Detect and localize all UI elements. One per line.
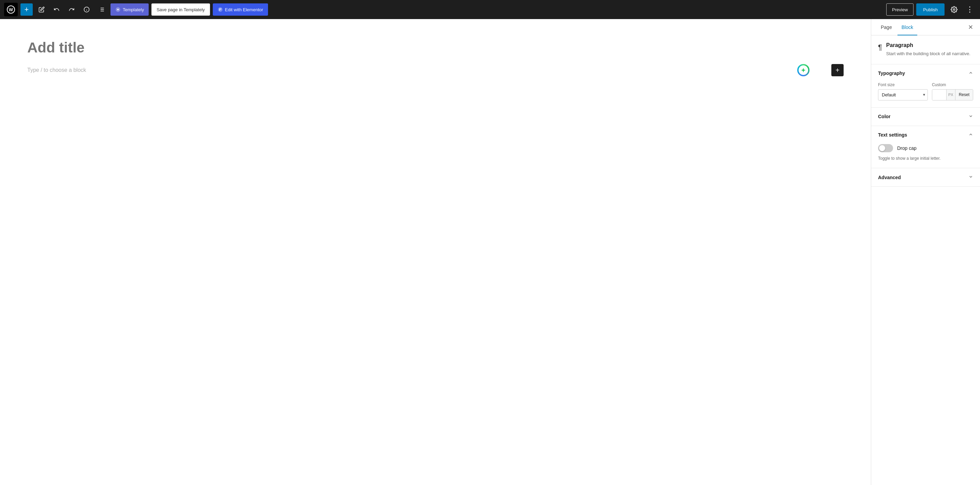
font-size-label: Font size [878, 82, 928, 87]
color-title: Color [878, 114, 891, 119]
custom-px-wrap: PX Reset [932, 89, 973, 100]
px-unit-label: PX [947, 90, 955, 100]
main-area: Type / to choose a block + Page Block ✕ … [0, 19, 980, 485]
font-size-group: Font size Default ▾ [878, 82, 928, 100]
redo-button[interactable] [65, 3, 78, 16]
advanced-section: Advanced [871, 168, 980, 187]
color-chevron-down-icon [969, 114, 973, 120]
topbar: W + Templately Save page in Templately E… [0, 0, 980, 19]
svg-rect-13 [219, 8, 220, 11]
typography-section-body: Font size Default ▾ Custom PX [871, 82, 980, 107]
font-size-select-wrap: Default ▾ [878, 89, 928, 100]
custom-label: Custom [932, 82, 973, 87]
block-input-row: Type / to choose a block + [27, 64, 843, 76]
color-section-header[interactable]: Color [871, 108, 980, 126]
color-section: Color [871, 108, 980, 126]
block-title: Paragraph [886, 42, 970, 48]
block-placeholder-text: Type / to choose a block [27, 67, 827, 73]
edit-button[interactable] [35, 3, 48, 16]
typography-section-header[interactable]: Typography [871, 64, 980, 82]
custom-px-input[interactable] [932, 90, 947, 100]
info-button[interactable] [81, 3, 93, 16]
drop-cap-label: Drop cap [897, 146, 916, 151]
save-templately-button[interactable]: Save page in Templately [151, 3, 210, 16]
typography-section: Typography Font size Default ▾ [871, 64, 980, 108]
advanced-section-header[interactable]: Advanced [871, 168, 980, 186]
custom-size-group: Custom PX Reset [932, 82, 973, 100]
ai-icon[interactable] [797, 64, 810, 76]
advanced-chevron-down-icon [969, 174, 973, 180]
paragraph-icon: ¶ [878, 43, 882, 52]
tab-block[interactable]: Block [897, 19, 917, 35]
settings-button[interactable] [947, 3, 961, 16]
sidebar-tabs: Page Block ✕ [871, 19, 980, 35]
drop-cap-row: Drop cap [878, 144, 973, 152]
text-settings-body: Drop cap Toggle to show a large initial … [871, 144, 980, 168]
text-settings-chevron-up-icon [969, 132, 973, 138]
drop-cap-description: Toggle to show a large initial letter. [878, 156, 973, 162]
sidebar: Page Block ✕ ¶ Paragraph Start with the … [871, 19, 980, 485]
preview-button[interactable]: Preview [886, 3, 913, 16]
font-size-row: Font size Default ▾ Custom PX [878, 82, 973, 100]
advanced-title: Advanced [878, 175, 901, 180]
publish-button[interactable]: Publish [916, 3, 945, 16]
title-input[interactable] [27, 40, 843, 56]
toggle-knob [879, 145, 885, 151]
drop-cap-toggle[interactable] [878, 144, 893, 152]
text-settings-header[interactable]: Text settings [871, 126, 980, 144]
text-settings-title: Text settings [878, 132, 907, 138]
block-info: ¶ Paragraph Start with the building bloc… [871, 35, 980, 64]
wp-logo[interactable]: W [4, 3, 18, 16]
svg-point-12 [218, 7, 222, 11]
tab-page[interactable]: Page [877, 19, 896, 35]
font-size-select[interactable]: Default [878, 89, 928, 100]
undo-button[interactable] [51, 3, 63, 16]
text-settings-section: Text settings Drop cap Toggle to show a … [871, 126, 980, 169]
close-sidebar-button[interactable]: ✕ [967, 22, 975, 32]
more-options-button[interactable]: ⋮ [964, 3, 976, 16]
block-description: Start with the building block of all nar… [886, 51, 970, 57]
svg-rect-14 [220, 8, 221, 10]
list-view-button[interactable] [95, 3, 108, 16]
reset-button[interactable]: Reset [955, 90, 973, 100]
elementor-button[interactable]: Edit with Elementor [213, 3, 268, 16]
svg-text:W: W [9, 7, 13, 12]
typography-chevron-up-icon [969, 70, 973, 76]
svg-point-15 [953, 9, 955, 11]
editor-area: Type / to choose a block + [0, 19, 871, 485]
templately-button[interactable]: Templately [110, 3, 149, 16]
add-block-inline-button[interactable]: + [831, 64, 843, 76]
typography-title: Typography [878, 70, 905, 76]
block-info-text: Paragraph Start with the building block … [886, 42, 970, 57]
add-block-button[interactable]: + [21, 3, 33, 16]
